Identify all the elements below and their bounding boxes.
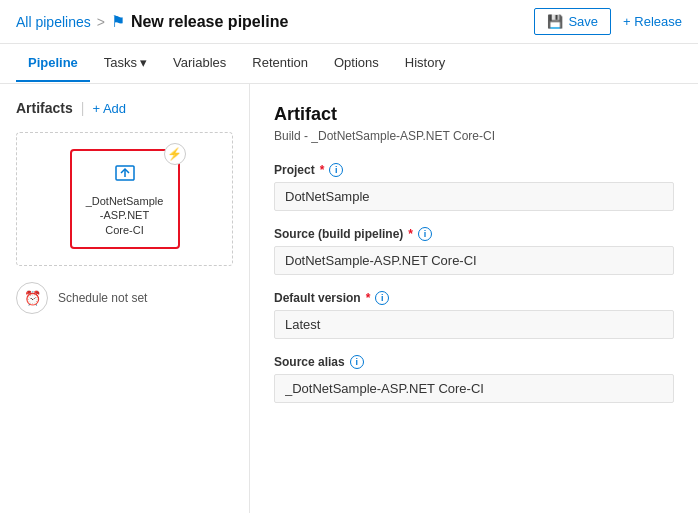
tab-retention[interactable]: Retention xyxy=(240,45,320,82)
source-alias-info-icon[interactable]: i xyxy=(350,355,364,369)
breadcrumb-separator: > xyxy=(97,14,105,30)
breadcrumb-all-pipelines[interactable]: All pipelines xyxy=(16,14,91,30)
pipeline-icon: ⚑ xyxy=(111,12,125,31)
tab-options[interactable]: Options xyxy=(322,45,391,82)
header: All pipelines > ⚑ New release pipeline 💾… xyxy=(0,0,698,44)
tab-tasks[interactable]: Tasks ▾ xyxy=(92,45,159,82)
add-label: + Add xyxy=(92,101,126,116)
artifact-form-title: Artifact xyxy=(274,104,674,125)
tasks-dropdown-icon: ▾ xyxy=(140,55,147,70)
left-panel: Artifacts | + Add ⚡ _DotNetSample-ASP.NE… xyxy=(0,84,250,513)
save-label: Save xyxy=(568,14,598,29)
source-input[interactable] xyxy=(274,246,674,275)
source-required: * xyxy=(408,227,413,241)
schedule-section: ⏰ Schedule not set xyxy=(16,282,233,314)
project-field: Project * i xyxy=(274,163,674,211)
tab-variables[interactable]: Variables xyxy=(161,45,238,82)
right-panel: Artifact Build - _DotNetSample-ASP.NET C… xyxy=(250,84,698,513)
default-version-required: * xyxy=(366,291,371,305)
default-version-info-icon[interactable]: i xyxy=(375,291,389,305)
default-version-label: Default version * i xyxy=(274,291,674,305)
artifact-form-subtitle: Build - _DotNetSample-ASP.NET Core-CI xyxy=(274,129,674,143)
default-version-field: Default version * i xyxy=(274,291,674,339)
source-info-icon[interactable]: i xyxy=(418,227,432,241)
project-input[interactable] xyxy=(274,182,674,211)
project-label: Project * i xyxy=(274,163,674,177)
source-alias-input[interactable] xyxy=(274,374,674,403)
header-actions: 💾 Save + Release xyxy=(534,8,682,35)
source-alias-label: Source alias i xyxy=(274,355,674,369)
lightning-icon: ⚡ xyxy=(164,143,186,165)
pipeline-title: New release pipeline xyxy=(131,13,288,31)
artifacts-label: Artifacts xyxy=(16,100,73,116)
project-info-icon[interactable]: i xyxy=(329,163,343,177)
artifacts-header: Artifacts | + Add xyxy=(16,100,233,116)
project-required: * xyxy=(320,163,325,177)
artifact-card[interactable]: ⚡ _DotNetSample-ASP.NET Core-CI xyxy=(70,149,180,249)
main-content: Artifacts | + Add ⚡ _DotNetSample-ASP.NE… xyxy=(0,84,698,513)
release-button[interactable]: + Release xyxy=(623,14,682,29)
default-version-input[interactable] xyxy=(274,310,674,339)
source-field: Source (build pipeline) * i xyxy=(274,227,674,275)
header-left: All pipelines > ⚑ New release pipeline xyxy=(16,12,288,31)
tab-pipeline[interactable]: Pipeline xyxy=(16,45,90,82)
save-button[interactable]: 💾 Save xyxy=(534,8,611,35)
source-alias-field: Source alias i xyxy=(274,355,674,403)
tab-history[interactable]: History xyxy=(393,45,457,82)
add-artifact-button[interactable]: + Add xyxy=(92,101,126,116)
release-label: + Release xyxy=(623,14,682,29)
artifact-card-label: _DotNetSample-ASP.NET Core-CI xyxy=(86,194,164,237)
source-label: Source (build pipeline) * i xyxy=(274,227,674,241)
schedule-label: Schedule not set xyxy=(58,291,147,305)
save-icon: 💾 xyxy=(547,14,563,29)
artifacts-divider: | xyxy=(81,100,85,116)
schedule-clock-icon: ⏰ xyxy=(16,282,48,314)
artifact-build-icon xyxy=(86,161,164,190)
nav-tabs: Pipeline Tasks ▾ Variables Retention Opt… xyxy=(0,44,698,84)
artifacts-area: ⚡ _DotNetSample-ASP.NET Core-CI xyxy=(16,132,233,266)
